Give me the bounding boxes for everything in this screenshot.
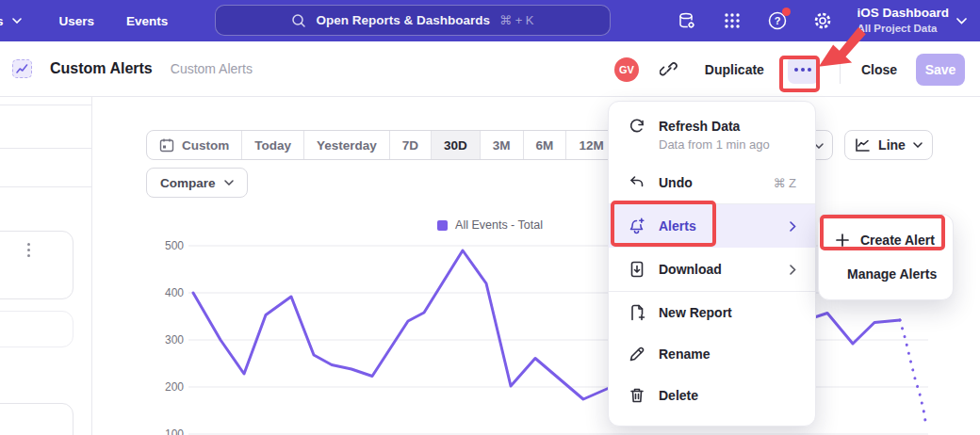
kebab-menu-icon[interactable]: [27, 243, 30, 257]
menu-item-rename[interactable]: Rename: [609, 333, 815, 375]
y-axis-tick: 200: [146, 380, 184, 394]
report-type-icon: [12, 59, 32, 78]
date-range-today[interactable]: Today: [242, 131, 304, 159]
alert-bell-icon: [628, 218, 645, 235]
avatar[interactable]: GV: [614, 57, 639, 82]
menu-item-refresh-data[interactable]: Refresh Data Data from 1 min ago: [609, 111, 815, 162]
date-range-control: Custom Today Yesterday 7D 30D 3M 6M 12M: [146, 130, 617, 160]
data-management-icon[interactable]: [676, 9, 698, 32]
new-report-icon: [628, 304, 645, 321]
date-range-30d[interactable]: 30D: [432, 131, 481, 159]
settings-gear-icon[interactable]: [811, 9, 834, 32]
panel-card[interactable]: [0, 403, 74, 435]
nav-item-truncated[interactable]: s: [0, 14, 22, 28]
submenu-item-create-alert[interactable]: Create Alert: [819, 223, 953, 257]
project-selector[interactable]: iOS Dashboard All Project Data: [857, 6, 949, 35]
chevron-down-icon: [224, 180, 234, 185]
undo-shortcut: ⌘ Z: [773, 176, 796, 190]
search-icon: [291, 13, 306, 28]
more-options-menu: Refresh Data Data from 1 min ago Undo ⌘ …: [608, 101, 816, 427]
panel-divider: [0, 148, 91, 149]
project-name: iOS Dashboard: [857, 6, 949, 22]
apps-grid-icon[interactable]: [721, 9, 743, 32]
duplicate-button[interactable]: Duplicate: [705, 62, 764, 77]
alerts-submenu: Create Alert Manage Alerts: [818, 214, 954, 300]
left-panel: [0, 97, 92, 435]
menu-item-alerts[interactable]: Alerts: [609, 204, 815, 248]
copy-link-icon[interactable]: [660, 60, 678, 79]
date-range-yesterday[interactable]: Yesterday: [304, 131, 390, 159]
refresh-sublabel: Data from 1 min ago: [659, 137, 770, 152]
global-search-input[interactable]: Open Reports & Dashboards ⌘ + K: [215, 5, 611, 36]
close-button[interactable]: Close: [861, 62, 897, 77]
save-button[interactable]: Save: [916, 54, 965, 86]
app-window: 500 400 300 200 100 All Events - Total s…: [0, 0, 980, 435]
more-options-button[interactable]: [788, 56, 819, 84]
compare-button[interactable]: Compare: [146, 168, 248, 198]
date-range-6m[interactable]: 6M: [524, 131, 567, 159]
y-axis-tick: 100: [146, 427, 184, 435]
chevron-down-icon: [913, 142, 923, 148]
y-axis-tick: 400: [146, 286, 184, 299]
help-icon[interactable]: ?: [766, 9, 789, 32]
trash-icon: [628, 387, 645, 404]
menu-item-undo[interactable]: Undo ⌘ Z: [609, 162, 815, 203]
menu-item-download[interactable]: Download: [609, 248, 815, 291]
legend-label: All Events - Total: [455, 218, 543, 232]
panel-divider: [0, 105, 91, 105]
chart-type-button[interactable]: Line: [844, 130, 933, 160]
project-chevron-icon[interactable]: [956, 18, 967, 24]
submenu-item-manage-alerts[interactable]: Manage Alerts: [819, 257, 953, 291]
menu-item-delete[interactable]: Delete: [609, 375, 815, 416]
notification-dot: [782, 8, 791, 16]
panel-card[interactable]: [0, 231, 74, 299]
y-axis-tick: 300: [146, 333, 184, 346]
date-range-7d[interactable]: 7D: [390, 131, 432, 159]
report-header: Custom Alerts Custom Alerts GV Duplicate…: [0, 41, 980, 97]
project-scope: All Project Data: [857, 22, 937, 35]
download-icon: [628, 261, 645, 278]
plus-icon: [836, 234, 849, 247]
date-range-custom[interactable]: Custom: [147, 131, 242, 159]
nav-item-events[interactable]: Events: [126, 14, 168, 28]
submenu-chevron-icon: [790, 265, 796, 275]
date-range-3m[interactable]: 3M: [481, 131, 524, 159]
breadcrumb: Custom Alerts: [171, 61, 253, 76]
header-divider: [840, 56, 841, 84]
panel-card[interactable]: [0, 311, 74, 347]
nav-item-users[interactable]: Users: [59, 14, 95, 28]
calendar-icon: [159, 137, 174, 153]
search-shortcut: ⌘ + K: [499, 13, 534, 27]
panel-divider: [0, 186, 91, 187]
menu-item-new-report[interactable]: New Report: [609, 292, 815, 333]
search-placeholder: Open Reports & Dashboards: [316, 13, 490, 27]
top-navbar: s Users Events Open Reports & Dashboards…: [0, 0, 980, 41]
chevron-down-icon: [12, 18, 22, 24]
undo-icon: [628, 174, 645, 191]
refresh-icon: [628, 118, 645, 135]
pencil-icon: [628, 346, 645, 362]
y-axis-tick: 500: [146, 239, 184, 252]
legend-swatch: [437, 220, 448, 231]
submenu-chevron-icon: [790, 221, 796, 232]
page-title: Custom Alerts: [50, 60, 153, 77]
line-chart-icon: [855, 138, 871, 153]
svg-text:?: ?: [775, 15, 781, 26]
